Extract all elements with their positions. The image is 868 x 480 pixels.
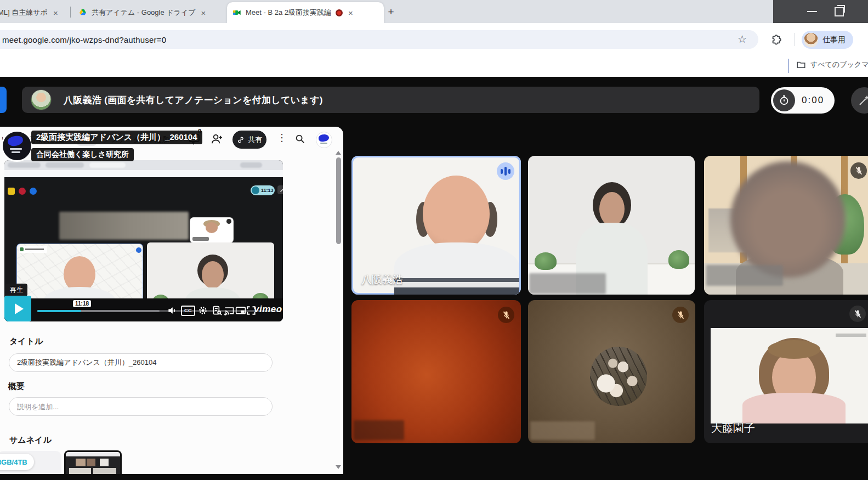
play-icon — [15, 303, 24, 314]
profile-avatar — [804, 33, 818, 47]
person-body — [742, 393, 846, 423]
stopwatch-icon — [773, 89, 795, 111]
redacted-banner — [59, 212, 189, 240]
player-controls: 再生 11:18 CC — [4, 298, 283, 321]
edit-pencil-icon — [277, 185, 283, 194]
browser-address-bar: meet.google.com/jko-wzps-dnd?authuser=0 … — [0, 23, 868, 55]
tab-close-icon[interactable]: × — [348, 8, 353, 18]
account-avatar[interactable] — [316, 132, 332, 148]
scrollbar-thumb[interactable] — [336, 157, 341, 244]
person-body — [394, 242, 519, 295]
meeting-timer[interactable]: 0:00 — [771, 87, 835, 114]
tab-meet-active[interactable]: Meet - B 2a 2級面接実践編 × — [227, 2, 384, 23]
clock-icon — [252, 187, 259, 194]
share-button[interactable]: 共有 — [232, 131, 266, 149]
play-tooltip: 再生 — [5, 284, 27, 296]
title-input[interactable] — [9, 353, 273, 372]
participant-tile-2[interactable] — [528, 156, 695, 295]
participant-name: 大藤園子 — [711, 421, 755, 436]
scroll-up-arrow[interactable] — [336, 151, 341, 155]
presenter-banner: 八阪義浩 (画面を共有してアノテーションを付加しています) — [22, 87, 759, 113]
channel-logo — [1, 130, 33, 162]
participant-tile-ofuji[interactable]: 大藤園子 — [704, 300, 868, 443]
thumbnail-preview[interactable] — [64, 450, 122, 474]
wand-icon — [858, 94, 868, 107]
recorded-address-bar — [4, 170, 283, 177]
seek-time-bubble: 11:18 — [73, 300, 91, 307]
bookmarks-separator — [788, 59, 789, 73]
person-add-icon — [211, 133, 223, 145]
google-meet-icon — [232, 8, 241, 17]
share-label: 共有 — [248, 135, 262, 145]
mic-muted-icon — [498, 307, 514, 323]
blurred-face — [730, 161, 846, 278]
pip-button[interactable] — [235, 305, 246, 316]
browser-profile-chip[interactable]: 仕事用 — [802, 31, 853, 49]
play-button[interactable] — [4, 296, 31, 321]
mic-muted-icon — [672, 307, 689, 323]
speaker-icon — [136, 247, 141, 253]
extensions-icon[interactable] — [770, 33, 782, 45]
transcript-button[interactable] — [212, 305, 223, 316]
panel-scrollbar[interactable] — [336, 151, 342, 472]
settings-button[interactable] — [197, 305, 208, 316]
google-drive-icon — [78, 8, 87, 17]
video-title-overlay: 2級面接実践編アドバンス（井川）_260104 — [31, 131, 202, 144]
vimeo-logo[interactable]: vimeo — [254, 304, 282, 315]
name-label-redacted — [529, 273, 606, 294]
edge-accent — [0, 87, 7, 113]
annotate-button[interactable] — [851, 87, 868, 114]
tab-close-icon[interactable]: × — [201, 8, 206, 18]
all-bookmarks-button[interactable]: すべてのブックマ — [796, 60, 868, 70]
summary-input[interactable] — [9, 397, 273, 416]
participant-tile-3[interactable] — [704, 156, 868, 295]
search-button[interactable] — [294, 133, 306, 145]
more-options-icon[interactable]: ⋮ — [277, 132, 287, 144]
extension-icon-red — [19, 188, 26, 195]
toolbar-separator — [795, 33, 795, 46]
extension-icon-yellow — [8, 188, 15, 195]
tab-title: ML] 自主練サポ — [0, 8, 48, 18]
recording-timer-pill: 11:13 — [251, 185, 275, 195]
plant — [535, 252, 557, 270]
person-face — [202, 261, 224, 289]
speaking-indicator-icon — [497, 162, 514, 180]
volume-button[interactable] — [167, 305, 178, 316]
meet-main-area: 八阪義浩 (画面を共有してアノテーションを付加しています) 0:00 リ › 2… — [0, 77, 868, 480]
mic-muted-icon — [849, 306, 866, 322]
shared-screen-panel: リ › 2級面接実践編アドバ... V1 ▾ ステータスを追加 ▾ 0 — [0, 127, 343, 474]
video-content: 11:13 — [4, 177, 283, 298]
url-omnibox[interactable]: meet.google.com/jko-wzps-dnd?authuser=0 — [0, 30, 758, 49]
participant-tile-yasaka[interactable]: 八阪義浩 — [351, 156, 521, 295]
tab-google-drive[interactable]: 共有アイテム - Google ドライブ × — [73, 3, 231, 22]
extension-icon-blue — [30, 188, 37, 195]
window-minimize-button[interactable] — [807, 11, 817, 12]
timer-value: 0:00 — [802, 95, 824, 106]
tab-title: Meet - B 2a 2級面接実践編 — [246, 8, 331, 18]
folder-icon — [796, 60, 806, 70]
new-tab-button[interactable]: + — [384, 5, 398, 19]
participant-avatar — [590, 347, 647, 406]
add-person-button[interactable] — [211, 133, 223, 145]
tab-close-icon[interactable]: × — [53, 8, 58, 18]
summary-label: 概要 — [8, 381, 25, 392]
window-restore-button[interactable] — [835, 7, 844, 16]
presenter-avatar — [31, 89, 52, 110]
participant-tile-5[interactable] — [528, 300, 695, 443]
storage-usage-chip: 7.8GB/4TB — [0, 454, 34, 470]
recording-indicator-icon — [336, 9, 343, 16]
tab-practice-support[interactable]: ML] 自主練サポ × — [0, 3, 78, 22]
presenter-banner-text: 八阪義浩 (画面を共有してアノテーションを付加しています) — [64, 94, 323, 106]
tab-separator — [70, 7, 71, 18]
bookmark-star-icon[interactable]: ☆ — [737, 33, 747, 46]
vimeo-player[interactable]: 11:13 — [4, 160, 283, 321]
name-label-redacted — [706, 265, 783, 286]
scroll-down-arrow[interactable] — [336, 465, 341, 469]
participant-tile-4[interactable] — [351, 300, 521, 443]
window-controls — [773, 0, 868, 23]
captions-button[interactable]: CC — [181, 306, 195, 316]
recording-timer-value: 11:13 — [261, 188, 274, 193]
name-label-redacted — [530, 421, 595, 440]
url-text: meet.google.com/jko-wzps-dnd?authuser=0 — [2, 35, 166, 44]
cast-button[interactable] — [224, 305, 235, 316]
